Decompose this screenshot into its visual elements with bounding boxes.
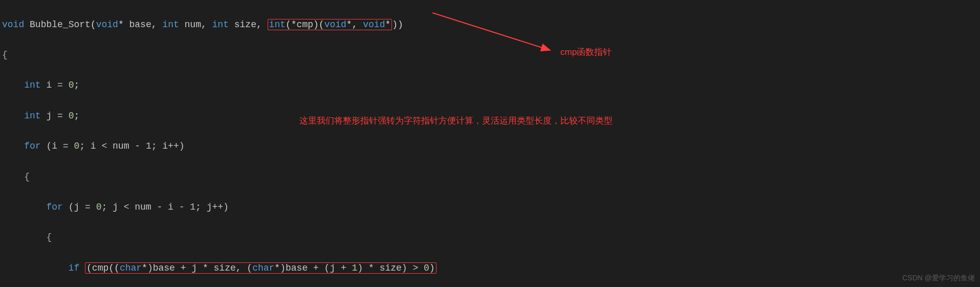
code-block: void Bubble_Sort(void* base, int num, in… bbox=[0, 0, 980, 287]
code-line-6: { bbox=[2, 170, 980, 185]
watermark: CSDN @爱学习的鱼佬 bbox=[902, 272, 975, 284]
annotation-cast-note: 这里我们将整形指针强转为字符指针方便计算，灵活运用类型长度，比较不同类型 bbox=[299, 114, 613, 128]
function-name: Bubble_Sort bbox=[30, 19, 91, 30]
code-line-2: { bbox=[2, 48, 980, 63]
code-line-1: void Bubble_Sort(void* base, int num, in… bbox=[2, 17, 980, 33]
code-line-7: for (j = 0; j < num - i - 1; j++) bbox=[2, 200, 980, 215]
highlight-cmp-param: int(*cmp)(void*, void* bbox=[268, 19, 393, 30]
annotation-cmp-pointer: cmp函数指针 bbox=[560, 45, 612, 59]
code-line-3: int i = 0; bbox=[2, 78, 980, 93]
highlight-cmp-call: (cmp((char*)base + j * size, (char*)base… bbox=[85, 262, 437, 274]
code-line-9: if (cmp((char*)base + j * size, (char*)b… bbox=[2, 261, 980, 276]
keyword-void: void bbox=[2, 19, 24, 30]
code-line-8: { bbox=[2, 230, 980, 245]
code-line-5: for (i = 0; i < num - 1; i++) bbox=[2, 139, 980, 154]
